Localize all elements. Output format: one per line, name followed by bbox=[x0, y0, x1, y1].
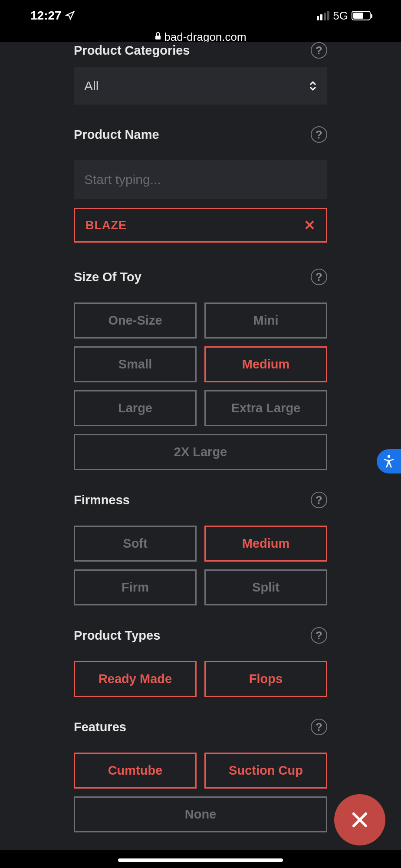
types-grid: Ready Made Flops bbox=[74, 661, 327, 697]
tag-label: BLAZE bbox=[85, 219, 127, 232]
lock-icon bbox=[154, 32, 161, 42]
firmness-option[interactable]: Split bbox=[204, 569, 327, 605]
size-option[interactable]: 2X Large bbox=[74, 434, 327, 470]
signal-icon bbox=[317, 11, 329, 20]
feature-option[interactable]: Suction Cup bbox=[204, 753, 327, 789]
close-icon[interactable]: ✕ bbox=[304, 217, 316, 233]
battery-icon bbox=[352, 11, 371, 20]
help-icon[interactable]: ? bbox=[311, 269, 327, 285]
size-option[interactable]: Extra Large bbox=[204, 390, 327, 426]
firmness-header: Firmness ? bbox=[74, 492, 327, 517]
size-header: Size Of Toy ? bbox=[74, 269, 327, 294]
status-right: 5G bbox=[317, 9, 371, 23]
types-header: Product Types ? bbox=[74, 627, 327, 652]
firmness-title: Firmness bbox=[74, 493, 130, 507]
features-title: Features bbox=[74, 720, 126, 734]
categories-title: Product Categories bbox=[74, 43, 190, 58]
svg-rect-0 bbox=[155, 36, 161, 39]
accessibility-button[interactable] bbox=[377, 449, 401, 473]
features-grid: Cumtube Suction Cup None bbox=[74, 753, 327, 832]
feature-option[interactable]: Cumtube bbox=[74, 753, 197, 789]
firmness-option[interactable]: Firm bbox=[74, 569, 197, 605]
help-icon[interactable]: ? bbox=[311, 126, 327, 143]
categories-dropdown[interactable]: All bbox=[74, 67, 327, 105]
home-indicator[interactable] bbox=[118, 858, 283, 862]
firmness-grid: Soft Medium Firm Split bbox=[74, 526, 327, 605]
features-header: Features ? bbox=[74, 719, 327, 744]
type-option[interactable]: Ready Made bbox=[74, 661, 197, 697]
close-button[interactable] bbox=[334, 794, 385, 845]
status-left: 12:27 bbox=[30, 9, 75, 23]
categories-header: Product Categories ? bbox=[74, 42, 327, 67]
size-option[interactable]: Small bbox=[74, 346, 197, 382]
firmness-option[interactable]: Medium bbox=[204, 526, 327, 562]
name-input[interactable] bbox=[74, 160, 327, 199]
network-label: 5G bbox=[333, 9, 348, 23]
help-icon[interactable]: ? bbox=[311, 719, 327, 735]
size-title: Size Of Toy bbox=[74, 270, 141, 284]
help-icon[interactable]: ? bbox=[311, 627, 327, 644]
size-option[interactable]: One-Size bbox=[74, 302, 197, 339]
status-bar: 12:27 5G bbox=[0, 0, 401, 27]
feature-option[interactable]: None bbox=[74, 796, 327, 832]
firmness-option[interactable]: Soft bbox=[74, 526, 197, 562]
chevron-updown-icon bbox=[309, 81, 317, 91]
location-icon bbox=[65, 11, 75, 20]
size-option[interactable]: Mini bbox=[204, 302, 327, 339]
content: Product Categories ? All Product Name ? … bbox=[0, 42, 401, 850]
help-icon[interactable]: ? bbox=[311, 42, 327, 59]
accessibility-icon bbox=[381, 454, 396, 469]
status-time: 12:27 bbox=[30, 9, 62, 23]
size-option[interactable]: Medium bbox=[204, 346, 327, 382]
name-title: Product Name bbox=[74, 128, 159, 142]
categories-value: All bbox=[84, 79, 99, 93]
close-icon bbox=[349, 809, 370, 830]
size-option[interactable]: Large bbox=[74, 390, 197, 426]
name-header: Product Name ? bbox=[74, 126, 327, 151]
svg-point-1 bbox=[388, 455, 390, 458]
help-icon[interactable]: ? bbox=[311, 492, 327, 508]
type-option[interactable]: Flops bbox=[204, 661, 327, 697]
size-grid: One-Size Mini Small Medium Large Extra L… bbox=[74, 302, 327, 470]
types-title: Product Types bbox=[74, 628, 160, 643]
name-tag: BLAZE ✕ bbox=[74, 208, 327, 243]
